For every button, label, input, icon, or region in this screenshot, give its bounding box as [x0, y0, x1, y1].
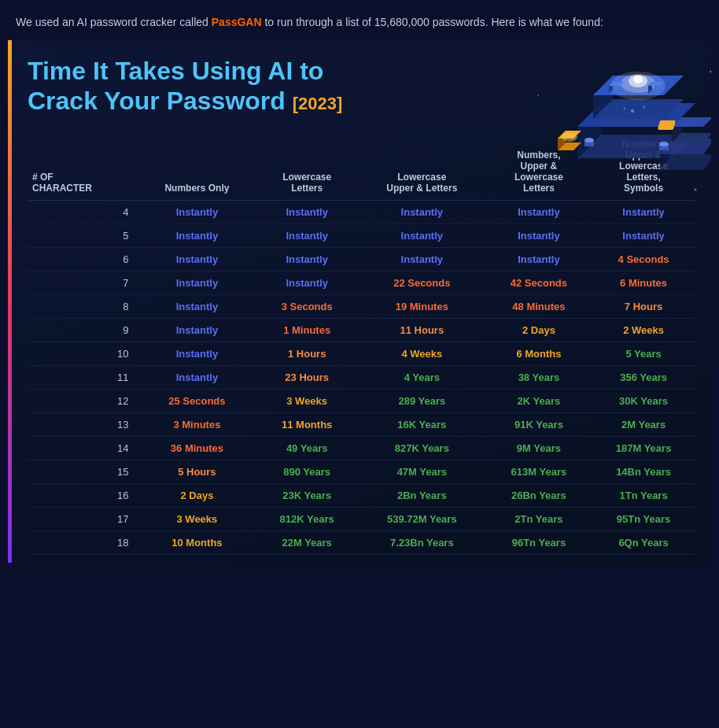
cell-col1: Instantly — [138, 200, 256, 224]
cell-col5: 6 Minutes — [592, 271, 695, 294]
cell-col5: 7 Hours — [592, 294, 695, 318]
cell-chars: 9 — [28, 318, 138, 342]
cell-col2: 1 Hours — [256, 342, 358, 365]
col-header-chars: # OFCHARACTER — [28, 132, 138, 201]
cell-col2: 22M Years — [256, 530, 358, 554]
cell-col5: 5 Years — [592, 342, 695, 365]
card-title: Time It Takes Using AI to Crack Your Pas… — [28, 56, 342, 116]
table-body: 4InstantlyInstantlyInstantlyInstantlyIns… — [28, 200, 695, 554]
cell-col2: 3 Weeks — [256, 389, 358, 412]
cell-col5: 2 Weeks — [592, 318, 695, 342]
cell-col4: 2 Days — [486, 318, 592, 342]
svg-point-36 — [710, 71, 712, 73]
cell-col1: 2 Days — [138, 483, 256, 507]
table-row: 11Instantly23 Hours4 Years38 Years356 Ye… — [28, 365, 695, 389]
cell-col2: Instantly — [256, 224, 358, 247]
cell-chars: 13 — [28, 412, 138, 436]
table-row: 173 Weeks812K Years539.72M Years2Tn Year… — [28, 507, 695, 530]
cell-col2: 23 Hours — [256, 365, 358, 389]
intro-section: We used an AI password cracker called Pa… — [0, 0, 719, 40]
table-row: 9Instantly1 Minutes11 Hours2 Days2 Weeks — [28, 318, 695, 342]
cell-col5: 30K Years — [592, 389, 695, 412]
main-card: Time It Takes Using AI to Crack Your Pas… — [8, 40, 711, 563]
cell-chars: 8 — [28, 294, 138, 318]
cell-col1: Instantly — [138, 365, 256, 389]
table-row: 133 Minutes11 Months16K Years91K Years2M… — [28, 412, 695, 436]
table-row: 8Instantly3 Seconds19 Minutes48 Minutes7… — [28, 294, 695, 318]
svg-point-9 — [633, 76, 643, 83]
table-row: 7InstantlyInstantly22 Seconds42 Seconds6… — [28, 271, 695, 294]
cell-col4: 96Tn Years — [486, 530, 592, 554]
cell-chars: 7 — [28, 271, 138, 294]
cell-col3: 2Bn Years — [358, 483, 486, 507]
svg-point-34 — [643, 106, 646, 109]
cell-col3: 289 Years — [358, 389, 486, 412]
cell-col4: 6 Months — [486, 342, 592, 365]
card-header: Time It Takes Using AI to Crack Your Pas… — [28, 56, 695, 116]
cell-col1: Instantly — [138, 294, 256, 318]
chip-svg — [514, 40, 711, 205]
cell-col5: 2M Years — [592, 412, 695, 436]
cell-col3: 7.23Bn Years — [358, 530, 486, 554]
cell-col2: 1 Minutes — [256, 318, 358, 342]
cell-col4: 9M Years — [486, 436, 592, 460]
cell-chars: 5 — [28, 224, 138, 247]
cell-col4: 91K Years — [486, 412, 592, 436]
table-row: 1810 Months22M Years7.23Bn Years96Tn Yea… — [28, 530, 695, 554]
cell-col4: 2K Years — [486, 389, 592, 412]
cell-col1: 25 Seconds — [138, 389, 256, 412]
cell-col4: 613M Years — [486, 460, 592, 483]
passgan-brand: PassGAN — [212, 16, 262, 28]
cell-chars: 11 — [28, 365, 138, 389]
table-row: 162 Days23K Years2Bn Years26Bn Years1Tn … — [28, 483, 695, 507]
cell-col3: Instantly — [358, 224, 486, 247]
cell-col2: 3 Seconds — [256, 294, 358, 318]
cell-col1: 10 Months — [138, 530, 256, 554]
svg-point-37 — [695, 189, 697, 191]
cell-col4: Instantly — [486, 224, 592, 247]
col-header-numbers: Numbers Only — [138, 132, 256, 201]
cell-col2: 890 Years — [256, 460, 358, 483]
cell-chars: 18 — [28, 530, 138, 554]
cell-chars: 17 — [28, 507, 138, 530]
table-row: 5InstantlyInstantlyInstantlyInstantlyIns… — [28, 224, 695, 247]
svg-point-38 — [537, 94, 539, 96]
cell-col5: 187M Years — [592, 436, 695, 460]
cell-col3: 4 Years — [358, 365, 486, 389]
cell-col1: Instantly — [138, 247, 256, 271]
svg-point-19 — [562, 132, 577, 142]
svg-point-35 — [624, 108, 626, 110]
cell-col3: 47M Years — [358, 460, 486, 483]
cell-col5: 6Qn Years — [592, 530, 695, 554]
intro-text-after: to run through a list of 15,680,000 pass… — [262, 16, 603, 28]
cell-col1: 3 Minutes — [138, 412, 256, 436]
cell-col1: Instantly — [138, 224, 256, 247]
table-row: 10Instantly1 Hours4 Weeks6 Months5 Years — [28, 342, 695, 365]
table-row: 1225 Seconds3 Weeks289 Years2K Years30K … — [28, 389, 695, 412]
cell-col3: Instantly — [358, 200, 486, 224]
card-title-line1: Time It Takes Using AI to — [28, 56, 342, 86]
cell-chars: 16 — [28, 483, 138, 507]
svg-rect-26 — [658, 120, 676, 130]
hero-illustration — [514, 40, 711, 205]
cell-col4: 2Tn Years — [486, 507, 592, 530]
cell-col3: 22 Seconds — [358, 271, 486, 294]
card-year: [2023] — [293, 94, 343, 113]
cell-col2: 49 Years — [256, 436, 358, 460]
cell-col2: 23K Years — [256, 483, 358, 507]
cell-chars: 12 — [28, 389, 138, 412]
cell-col3: 827K Years — [358, 436, 486, 460]
col-header-lowercase-upper: LowercaseUpper & Letters — [358, 132, 486, 201]
cell-col3: 4 Weeks — [358, 342, 486, 365]
table-row: 1436 Minutes49 Years827K Years9M Years18… — [28, 436, 695, 460]
cell-col1: Instantly — [138, 318, 256, 342]
svg-point-32 — [659, 142, 669, 146]
intro-text-before: We used an AI password cracker called — [16, 16, 212, 28]
cell-col1: 5 Hours — [138, 460, 256, 483]
table-row: 6InstantlyInstantlyInstantlyInstantly4 S… — [28, 247, 695, 271]
cell-col1: 36 Minutes — [138, 436, 256, 460]
cell-chars: 6 — [28, 247, 138, 271]
svg-point-33 — [631, 109, 634, 113]
cell-col4: Instantly — [486, 247, 592, 271]
cell-col3: Instantly — [358, 247, 486, 271]
